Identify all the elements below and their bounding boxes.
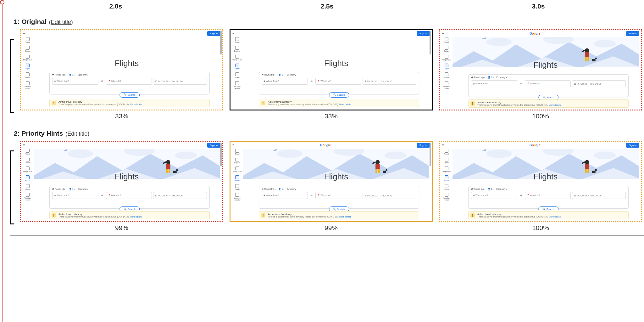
sidebar-item-explore[interactable]: Explore xyxy=(22,158,33,164)
advisory-link[interactable]: More details xyxy=(130,216,142,218)
sidebar-item-explore[interactable]: Explore xyxy=(441,46,452,52)
edit-title-link[interactable]: (Edit title) xyxy=(49,19,73,25)
swap-icon[interactable]: ⇄ xyxy=(100,78,105,85)
sign-in-button[interactable]: Sign in xyxy=(626,143,639,148)
advisory-link[interactable]: More details xyxy=(130,103,142,105)
date-input[interactable]: 🗓 Fri, Oct 22 · Tue, Oct 26 xyxy=(363,192,416,199)
sidebar-item-flights[interactable]: Flights xyxy=(232,64,242,70)
pax-select[interactable]: 👤 1 xyxy=(488,188,494,190)
scrollbar-thumb[interactable] xyxy=(430,143,431,166)
scrollbar-thumb[interactable] xyxy=(430,31,431,54)
date-input[interactable]: 🗓 Fri, Oct 22 · Tue, Oct 26 xyxy=(153,192,207,199)
cabin-select[interactable]: Economy xyxy=(496,76,507,79)
sidebar-item-things to do[interactable]: Things to do xyxy=(22,167,33,172)
date-input[interactable]: 🗓 Fri, Oct 22 · Tue, Oct 26 xyxy=(363,78,416,85)
to-input[interactable]: 📍 Where to? xyxy=(106,192,152,199)
date-input[interactable]: 🗓 Fri, Oct 22 · Tue, Oct 26 xyxy=(572,192,626,199)
date-input[interactable]: 🗓 Fri, Oct 22 · Tue, Oct 26 xyxy=(572,80,626,87)
menu-icon[interactable]: ≡ xyxy=(442,143,444,147)
sidebar-item-vacation rentals[interactable]: Vacation rentals xyxy=(22,193,33,201)
cabin-select[interactable]: Economy xyxy=(287,188,297,190)
sidebar-item-things to do[interactable]: Things to do xyxy=(22,55,33,61)
sidebar-item-vacation rentals[interactable]: Vacation rentals xyxy=(22,81,33,89)
scrollbar-thumb[interactable] xyxy=(220,143,222,166)
to-input[interactable]: 📍 Where to? xyxy=(315,78,362,85)
from-input[interactable]: ◉ Where from? xyxy=(262,192,308,199)
swap-icon[interactable]: ⇄ xyxy=(309,192,314,199)
sidebar-item-travel[interactable]: Travel xyxy=(441,37,452,43)
sidebar-item-things to do[interactable]: Things to do xyxy=(232,167,242,172)
advisory-link[interactable]: More details xyxy=(339,103,351,105)
sidebar-item-flights[interactable]: Flights xyxy=(22,64,33,70)
sidebar-item-hotels[interactable]: Hotels xyxy=(441,72,452,78)
edit-title-link[interactable]: (Edit title) xyxy=(65,131,89,137)
scrollbar-thumb[interactable] xyxy=(220,31,222,54)
search-button[interactable]: 🔍 Search xyxy=(119,92,140,98)
sidebar-item-things to do[interactable]: Things to do xyxy=(441,167,452,172)
pax-select[interactable]: 👤 1 xyxy=(278,74,285,76)
from-input[interactable]: ◉ Where from? xyxy=(471,192,517,199)
date-input[interactable]: 🗓 Fri, Oct 22 · Tue, Oct 26 xyxy=(153,78,207,85)
swap-icon[interactable]: ⇄ xyxy=(309,78,314,85)
cabin-select[interactable]: Economy xyxy=(77,74,88,76)
sidebar-item-explore[interactable]: Explore xyxy=(22,46,33,52)
sidebar-item-flights[interactable]: Flights xyxy=(441,64,452,70)
from-input[interactable]: ◉ Where from? xyxy=(52,78,98,85)
sidebar-item-vacation rentals[interactable]: Vacation rentals xyxy=(441,193,452,201)
to-input[interactable]: 📍 Where to? xyxy=(315,192,362,199)
sidebar-item-vacation rentals[interactable]: Vacation rentals xyxy=(232,193,242,201)
sidebar-item-travel[interactable]: Travel xyxy=(22,37,33,43)
from-input[interactable]: ◉ Where from? xyxy=(52,192,98,199)
sign-in-button[interactable]: Sign in xyxy=(626,31,639,36)
sidebar-item-travel[interactable]: Travel xyxy=(22,149,33,155)
pax-select[interactable]: 👤 1 xyxy=(69,74,75,76)
sidebar-item-hotels[interactable]: Hotels xyxy=(441,184,452,190)
to-input[interactable]: 📍 Where to? xyxy=(525,192,571,199)
sidebar-item-travel[interactable]: Travel xyxy=(441,149,452,155)
menu-icon[interactable]: ≡ xyxy=(23,31,25,35)
pax-select[interactable]: 👤 1 xyxy=(69,188,75,190)
sign-in-button[interactable]: Sign in xyxy=(207,31,220,36)
swap-icon[interactable]: ⇄ xyxy=(100,192,105,199)
search-button[interactable]: 🔍 Search xyxy=(329,92,349,98)
pax-select[interactable]: 👤 1 xyxy=(278,188,285,190)
sidebar-item-things to do[interactable]: Things to do xyxy=(232,55,242,61)
trip-type-select[interactable]: ⇄ Round trip xyxy=(262,74,276,76)
sidebar-item-hotels[interactable]: Hotels xyxy=(232,72,242,78)
trip-type-select[interactable]: ⇄ Round trip xyxy=(262,188,276,190)
menu-icon[interactable]: ≡ xyxy=(23,143,25,147)
cabin-select[interactable]: Economy xyxy=(77,188,88,190)
cabin-select[interactable]: Economy xyxy=(496,188,507,190)
sidebar-item-flights[interactable]: Flights xyxy=(232,175,242,181)
sidebar-item-vacation rentals[interactable]: Vacation rentals xyxy=(441,81,452,89)
trip-type-select[interactable]: ⇄ Round trip xyxy=(471,188,485,190)
trip-type-select[interactable]: ⇄ Round trip xyxy=(52,188,66,190)
advisory-link[interactable]: More details xyxy=(549,104,561,106)
from-input[interactable]: ◉ Where from? xyxy=(471,80,517,87)
sidebar-item-explore[interactable]: Explore xyxy=(441,158,452,164)
swap-icon[interactable]: ⇄ xyxy=(519,192,524,199)
pax-select[interactable]: 👤 1 xyxy=(488,76,494,79)
advisory-link[interactable]: More details xyxy=(339,216,351,218)
sign-in-button[interactable]: Sign in xyxy=(417,31,430,36)
to-input[interactable]: 📍 Where to? xyxy=(106,78,152,85)
swap-icon[interactable]: ⇄ xyxy=(519,80,524,87)
cabin-select[interactable]: Economy xyxy=(287,74,297,76)
sidebar-item-hotels[interactable]: Hotels xyxy=(232,184,242,190)
trip-type-select[interactable]: ⇄ Round trip xyxy=(52,74,66,76)
sidebar-item-flights[interactable]: Flights xyxy=(441,175,452,181)
sidebar-item-travel[interactable]: Travel xyxy=(232,37,242,43)
sign-in-button[interactable]: Sign in xyxy=(417,143,430,148)
sidebar-item-travel[interactable]: Travel xyxy=(232,149,242,155)
sidebar-item-flights[interactable]: Flights xyxy=(22,175,33,181)
trip-type-select[interactable]: ⇄ Round trip xyxy=(471,76,485,79)
sidebar-item-explore[interactable]: Explore xyxy=(232,46,242,52)
sidebar-item-explore[interactable]: Explore xyxy=(232,158,242,164)
sidebar-item-things to do[interactable]: Things to do xyxy=(441,55,452,61)
sidebar-item-hotels[interactable]: Hotels xyxy=(22,184,33,190)
advisory-link[interactable]: More details xyxy=(549,216,561,218)
menu-icon[interactable]: ≡ xyxy=(232,143,234,147)
sidebar-item-vacation rentals[interactable]: Vacation rentals xyxy=(232,81,242,89)
to-input[interactable]: 📍 Where to? xyxy=(525,80,571,87)
menu-icon[interactable]: ≡ xyxy=(232,31,234,35)
